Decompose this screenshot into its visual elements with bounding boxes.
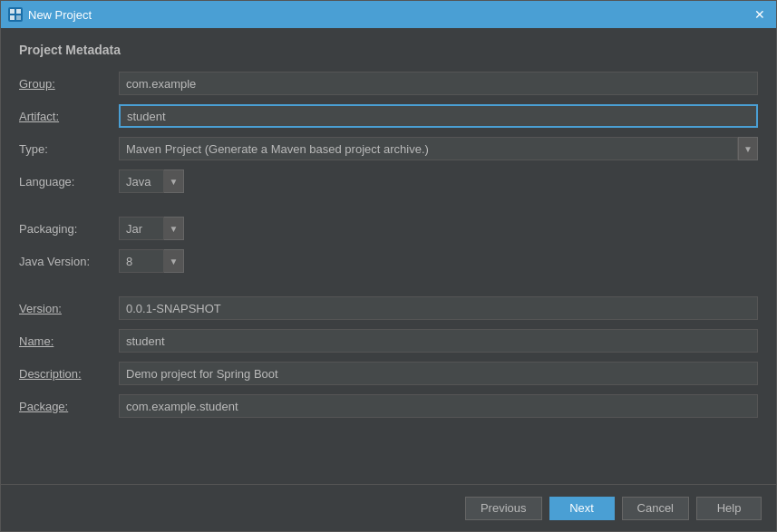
svg-rect-2 <box>10 15 15 20</box>
java-version-label: Java Version: <box>19 255 119 268</box>
dialog-body: Project Metadata Group: Artifact: Type: … <box>1 28 776 484</box>
version-input[interactable] <box>119 296 758 320</box>
java-version-select-text: 8 <box>119 249 164 273</box>
previous-button[interactable]: Previous <box>465 497 542 520</box>
spacer3 <box>19 282 119 287</box>
title-bar-left: New Project <box>8 7 92 22</box>
name-input[interactable] <box>119 329 758 353</box>
java-version-select[interactable]: 8 ▼ <box>119 249 758 273</box>
app-icon <box>8 7 23 22</box>
description-input[interactable] <box>119 362 758 385</box>
package-label: Package: <box>19 400 119 413</box>
spacer1 <box>19 202 119 208</box>
form-grid: Group: Artifact: Type: Maven Project (Ge… <box>19 72 758 418</box>
next-button[interactable]: Next <box>549 497 615 520</box>
dialog-title: New Project <box>28 8 92 22</box>
packaging-select-text: Jar <box>119 217 164 240</box>
svg-rect-0 <box>10 9 15 14</box>
close-button[interactable]: ✕ <box>751 5 769 24</box>
type-label: Type: <box>19 142 119 156</box>
packaging-select[interactable]: Jar ▼ <box>119 217 758 240</box>
spacer4 <box>119 282 758 287</box>
language-select-text: Java <box>119 169 164 193</box>
new-project-dialog: New Project ✕ Project Metadata Group: Ar… <box>0 0 777 532</box>
description-label: Description: <box>19 367 119 381</box>
spacer2 <box>119 202 758 208</box>
title-bar: New Project ✕ <box>1 1 776 28</box>
help-button[interactable]: Help <box>696 497 762 520</box>
section-title: Project Metadata <box>19 43 758 57</box>
version-label: Version: <box>19 302 119 315</box>
artifact-input[interactable] <box>119 104 758 128</box>
dialog-footer: Previous Next Cancel Help <box>1 484 776 531</box>
package-input[interactable] <box>119 394 758 418</box>
language-dropdown-arrow[interactable]: ▼ <box>164 169 184 193</box>
type-select-text: Maven Project (Generate a Maven based pr… <box>119 137 738 160</box>
language-label: Language: <box>19 175 119 189</box>
type-select[interactable]: Maven Project (Generate a Maven based pr… <box>119 137 758 160</box>
group-label: Group: <box>19 77 119 91</box>
cancel-button[interactable]: Cancel <box>622 497 689 520</box>
packaging-label: Packaging: <box>19 222 119 236</box>
svg-rect-1 <box>16 9 21 14</box>
type-dropdown-arrow[interactable]: ▼ <box>738 137 758 160</box>
group-input[interactable] <box>119 72 758 95</box>
java-version-dropdown-arrow[interactable]: ▼ <box>164 249 184 273</box>
packaging-dropdown-arrow[interactable]: ▼ <box>164 217 184 240</box>
artifact-label: Artifact: <box>19 110 119 123</box>
svg-rect-3 <box>16 15 21 20</box>
name-label: Name: <box>19 334 119 348</box>
language-select[interactable]: Java ▼ <box>119 169 758 193</box>
